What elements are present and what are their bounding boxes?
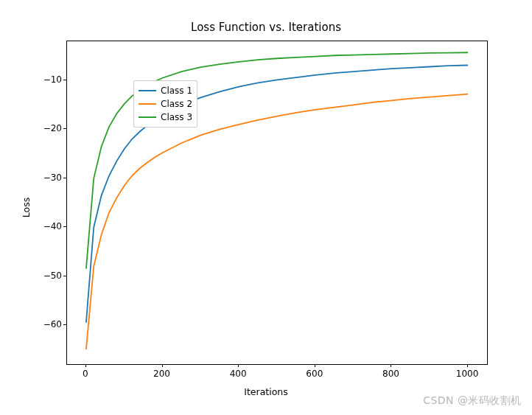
x-tick-mark — [85, 364, 86, 367]
y-tick-label: −60 — [18, 319, 62, 329]
y-tick-mark — [63, 80, 66, 80]
x-tick-mark — [315, 364, 315, 367]
y-tick-label: −40 — [18, 221, 62, 231]
legend-label: Class 2 — [161, 99, 192, 109]
y-tick-label: −20 — [18, 123, 62, 133]
watermark-text: CSDN @米码收割机 — [423, 394, 522, 408]
chart-container: Loss Function vs. Iterations Loss Class … — [7, 7, 525, 408]
x-tick-mark — [467, 364, 468, 367]
x-tick-label: 0 — [83, 369, 88, 379]
legend-swatch — [139, 103, 156, 105]
chart-lines — [67, 41, 487, 364]
y-tick-mark — [63, 276, 66, 276]
y-axis-label: Loss — [21, 198, 32, 217]
y-tick-mark — [63, 324, 66, 325]
legend-label: Class 1 — [161, 86, 192, 96]
y-tick-mark — [63, 128, 66, 129]
x-tick-label: 200 — [153, 369, 170, 379]
plot-area: Class 1Class 2Class 3 — [66, 41, 488, 365]
x-tick-mark — [162, 364, 163, 367]
chart-title: Loss Function vs. Iterations — [7, 21, 525, 34]
y-tick-mark — [63, 226, 66, 227]
series-line — [86, 94, 468, 349]
legend: Class 1Class 2Class 3 — [133, 80, 197, 128]
x-tick-mark — [238, 364, 239, 367]
y-tick-label: −10 — [18, 74, 62, 85]
legend-item: Class 3 — [139, 111, 192, 124]
y-tick-label: −50 — [18, 271, 62, 281]
y-tick-label: −30 — [18, 172, 62, 183]
legend-swatch — [139, 116, 156, 118]
x-tick-label: 1000 — [456, 369, 479, 379]
legend-label: Class 3 — [161, 112, 192, 122]
legend-item: Class 2 — [139, 97, 192, 111]
x-tick-label: 400 — [230, 369, 247, 379]
x-tick-label: 800 — [382, 369, 399, 379]
y-tick-mark — [63, 178, 66, 178]
x-tick-mark — [391, 364, 391, 367]
legend-item: Class 1 — [139, 84, 192, 97]
legend-swatch — [139, 90, 156, 91]
y-axis-label-container: Loss — [19, 7, 34, 408]
x-tick-label: 600 — [306, 369, 323, 379]
